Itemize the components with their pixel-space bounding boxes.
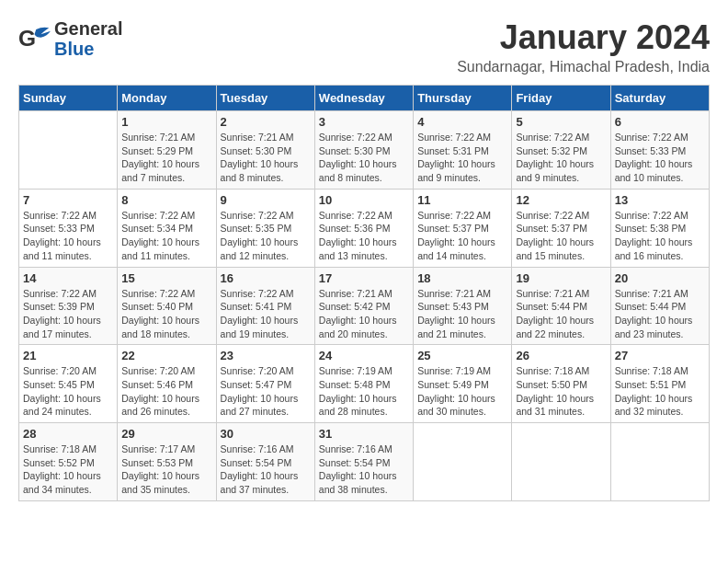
day-number: 7 <box>23 193 113 207</box>
day-number: 21 <box>23 349 113 362</box>
day-number: 13 <box>615 193 705 207</box>
calendar-cell: 19Sunrise: 7:21 AM Sunset: 5:44 PM Dayli… <box>512 267 610 345</box>
day-info: Sunrise: 7:21 AM Sunset: 5:30 PM Dayligh… <box>221 131 311 185</box>
day-info: Sunrise: 7:22 AM Sunset: 5:33 PM Dayligh… <box>615 131 705 185</box>
calendar-cell: 8Sunrise: 7:22 AM Sunset: 5:34 PM Daylig… <box>118 189 216 267</box>
day-number: 12 <box>516 193 606 207</box>
day-info: Sunrise: 7:22 AM Sunset: 5:30 PM Dayligh… <box>319 131 409 185</box>
calendar-cell: 30Sunrise: 7:16 AM Sunset: 5:54 PM Dayli… <box>216 423 314 501</box>
day-number: 24 <box>319 349 409 362</box>
weekday-header-tuesday: Tuesday <box>216 86 314 111</box>
day-info: Sunrise: 7:22 AM Sunset: 5:37 PM Dayligh… <box>417 209 507 263</box>
day-number: 23 <box>221 349 311 362</box>
weekday-header-thursday: Thursday <box>414 86 512 111</box>
calendar-cell: 24Sunrise: 7:19 AM Sunset: 5:48 PM Dayli… <box>314 345 413 423</box>
day-info: Sunrise: 7:20 AM Sunset: 5:45 PM Dayligh… <box>23 364 113 419</box>
day-number: 6 <box>615 115 705 129</box>
calendar-cell: 29Sunrise: 7:17 AM Sunset: 5:53 PM Dayli… <box>118 423 216 501</box>
day-info: Sunrise: 7:22 AM Sunset: 5:36 PM Dayligh… <box>319 209 409 263</box>
calendar-cell: 18Sunrise: 7:21 AM Sunset: 5:43 PM Dayli… <box>414 267 512 345</box>
day-info: Sunrise: 7:22 AM Sunset: 5:40 PM Dayligh… <box>121 287 211 341</box>
day-number: 8 <box>121 193 211 207</box>
day-number: 3 <box>319 115 409 129</box>
weekday-header-friday: Friday <box>512 86 610 111</box>
calendar-cell: 27Sunrise: 7:18 AM Sunset: 5:51 PM Dayli… <box>610 345 709 423</box>
day-info: Sunrise: 7:18 AM Sunset: 5:51 PM Dayligh… <box>615 364 705 419</box>
day-info: Sunrise: 7:22 AM Sunset: 5:38 PM Dayligh… <box>615 209 705 263</box>
calendar-cell: 2Sunrise: 7:21 AM Sunset: 5:30 PM Daylig… <box>216 111 314 190</box>
calendar-cell: 21Sunrise: 7:20 AM Sunset: 5:45 PM Dayli… <box>19 345 118 423</box>
day-info: Sunrise: 7:22 AM Sunset: 5:35 PM Dayligh… <box>221 209 311 263</box>
day-number: 22 <box>121 349 211 362</box>
day-info: Sunrise: 7:20 AM Sunset: 5:46 PM Dayligh… <box>121 364 211 419</box>
weekday-header-wednesday: Wednesday <box>314 86 413 111</box>
page-header: G General Blue January 2024 Sundarnagar,… <box>18 18 710 75</box>
logo-general: General <box>54 18 122 39</box>
calendar-cell: 13Sunrise: 7:22 AM Sunset: 5:38 PM Dayli… <box>610 189 709 267</box>
day-number: 5 <box>516 115 606 129</box>
calendar-cell: 1Sunrise: 7:21 AM Sunset: 5:29 PM Daylig… <box>118 111 216 190</box>
calendar-cell: 31Sunrise: 7:16 AM Sunset: 5:54 PM Dayli… <box>314 423 413 501</box>
day-number: 30 <box>221 427 311 441</box>
day-number: 19 <box>516 271 606 285</box>
day-info: Sunrise: 7:22 AM Sunset: 5:32 PM Dayligh… <box>516 131 606 185</box>
calendar-cell: 11Sunrise: 7:22 AM Sunset: 5:37 PM Dayli… <box>414 189 512 267</box>
day-info: Sunrise: 7:16 AM Sunset: 5:54 PM Dayligh… <box>221 442 311 497</box>
calendar-cell <box>610 423 709 501</box>
day-number: 2 <box>221 115 311 129</box>
weekday-header-sunday: Sunday <box>19 86 118 111</box>
day-number: 29 <box>121 427 211 441</box>
weekday-header-monday: Monday <box>118 86 216 111</box>
calendar-cell: 16Sunrise: 7:22 AM Sunset: 5:41 PM Dayli… <box>216 267 314 345</box>
location-subtitle: Sundarnagar, Himachal Pradesh, India <box>457 59 710 75</box>
calendar-cell: 14Sunrise: 7:22 AM Sunset: 5:39 PM Dayli… <box>19 267 118 345</box>
day-number: 18 <box>417 271 507 285</box>
day-number: 4 <box>417 115 507 129</box>
day-info: Sunrise: 7:16 AM Sunset: 5:54 PM Dayligh… <box>319 442 409 497</box>
calendar-cell <box>414 423 512 501</box>
day-info: Sunrise: 7:21 AM Sunset: 5:29 PM Dayligh… <box>121 131 211 185</box>
day-info: Sunrise: 7:18 AM Sunset: 5:52 PM Dayligh… <box>23 442 113 497</box>
calendar-cell: 6Sunrise: 7:22 AM Sunset: 5:33 PM Daylig… <box>610 111 709 190</box>
calendar-cell <box>19 111 118 190</box>
weekday-header-saturday: Saturday <box>610 86 709 111</box>
day-number: 25 <box>417 349 507 362</box>
calendar-cell: 7Sunrise: 7:22 AM Sunset: 5:33 PM Daylig… <box>19 189 118 267</box>
calendar-cell: 20Sunrise: 7:21 AM Sunset: 5:44 PM Dayli… <box>610 267 709 345</box>
day-number: 15 <box>121 271 211 285</box>
day-info: Sunrise: 7:22 AM Sunset: 5:33 PM Dayligh… <box>23 209 113 263</box>
day-number: 20 <box>615 271 705 285</box>
calendar-table: SundayMondayTuesdayWednesdayThursdayFrid… <box>18 85 710 501</box>
calendar-week-row: 14Sunrise: 7:22 AM Sunset: 5:39 PM Dayli… <box>19 267 710 345</box>
logo: G General Blue <box>18 18 122 59</box>
calendar-week-row: 28Sunrise: 7:18 AM Sunset: 5:52 PM Dayli… <box>19 423 710 501</box>
day-number: 28 <box>23 427 113 441</box>
day-info: Sunrise: 7:19 AM Sunset: 5:49 PM Dayligh… <box>417 364 507 419</box>
day-info: Sunrise: 7:19 AM Sunset: 5:48 PM Dayligh… <box>319 364 409 419</box>
day-number: 1 <box>121 115 211 129</box>
logo-icon: G <box>18 23 51 55</box>
day-info: Sunrise: 7:21 AM Sunset: 5:44 PM Dayligh… <box>516 287 606 341</box>
day-number: 11 <box>417 193 507 207</box>
day-info: Sunrise: 7:22 AM Sunset: 5:37 PM Dayligh… <box>516 209 606 263</box>
day-number: 31 <box>319 427 409 441</box>
day-info: Sunrise: 7:22 AM Sunset: 5:34 PM Dayligh… <box>121 209 211 263</box>
day-info: Sunrise: 7:22 AM Sunset: 5:41 PM Dayligh… <box>221 287 311 341</box>
calendar-cell: 25Sunrise: 7:19 AM Sunset: 5:49 PM Dayli… <box>414 345 512 423</box>
day-number: 14 <box>23 271 113 285</box>
calendar-cell: 4Sunrise: 7:22 AM Sunset: 5:31 PM Daylig… <box>414 111 512 190</box>
calendar-cell: 5Sunrise: 7:22 AM Sunset: 5:32 PM Daylig… <box>512 111 610 190</box>
month-title: January 2024 <box>457 18 710 57</box>
calendar-week-row: 7Sunrise: 7:22 AM Sunset: 5:33 PM Daylig… <box>19 189 710 267</box>
logo-blue: Blue <box>54 39 94 59</box>
calendar-cell: 26Sunrise: 7:18 AM Sunset: 5:50 PM Dayli… <box>512 345 610 423</box>
day-info: Sunrise: 7:21 AM Sunset: 5:44 PM Dayligh… <box>615 287 705 341</box>
day-info: Sunrise: 7:17 AM Sunset: 5:53 PM Dayligh… <box>121 442 211 497</box>
calendar-cell: 23Sunrise: 7:20 AM Sunset: 5:47 PM Dayli… <box>216 345 314 423</box>
calendar-cell: 12Sunrise: 7:22 AM Sunset: 5:37 PM Dayli… <box>512 189 610 267</box>
calendar-cell: 22Sunrise: 7:20 AM Sunset: 5:46 PM Dayli… <box>118 345 216 423</box>
calendar-cell: 10Sunrise: 7:22 AM Sunset: 5:36 PM Dayli… <box>314 189 413 267</box>
day-number: 16 <box>221 271 311 285</box>
calendar-cell: 15Sunrise: 7:22 AM Sunset: 5:40 PM Dayli… <box>118 267 216 345</box>
svg-text:G: G <box>18 25 36 50</box>
